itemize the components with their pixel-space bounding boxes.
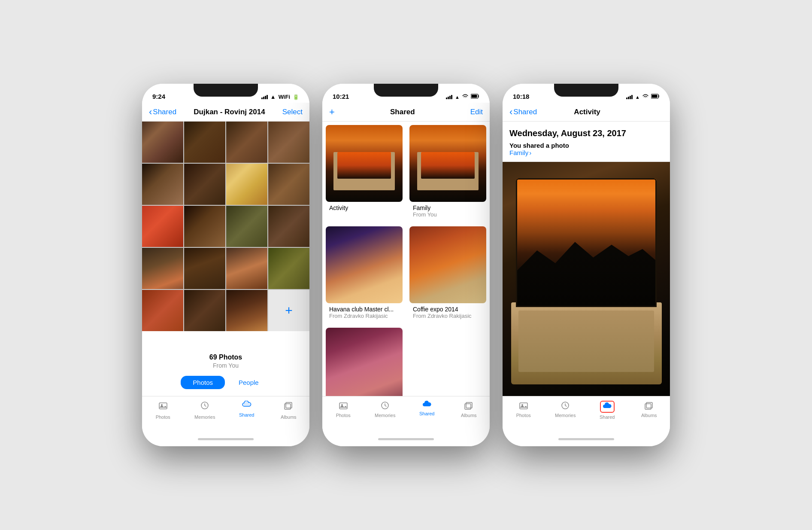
- nav-memories-1[interactable]: Memories: [184, 401, 226, 420]
- havana-album-sub: From Zdravko Rakijasic: [326, 313, 403, 319]
- photo-cell-16[interactable]: [268, 248, 309, 289]
- add-shared-album-button[interactable]: +: [329, 107, 335, 118]
- nav-shared-3[interactable]: Shared: [586, 401, 628, 420]
- album-cell-activity[interactable]: Activity: [322, 125, 406, 226]
- select-button-1[interactable]: Select: [282, 108, 303, 116]
- album-list: Activity Family From You: [322, 122, 490, 396]
- activity-you: You: [509, 142, 521, 149]
- battery-icon-3: [651, 94, 660, 100]
- memories-icon-3: [561, 401, 570, 411]
- album-row-1: Activity Family From You: [322, 125, 490, 226]
- photos-icon-2: [339, 401, 348, 411]
- album-cell-dujkan[interactable]: Dujkan - Rovinj 2014: [322, 328, 406, 396]
- photo-cell-8[interactable]: [268, 164, 309, 205]
- back-button-1[interactable]: Shared: [149, 107, 176, 117]
- svg-marker-2: [159, 405, 167, 408]
- edit-button-2[interactable]: Edit: [470, 108, 483, 116]
- nav-albums-1[interactable]: Albums: [268, 401, 310, 420]
- album-cell-havana[interactable]: Havana club Master cl... From Zdravko Ra…: [322, 226, 406, 328]
- time-1: 9:24: [152, 93, 165, 100]
- memories-icon-2: [380, 401, 390, 411]
- nav-photos-1[interactable]: Photos: [142, 401, 184, 420]
- bottom-nav-1: Photos Memories Shared Albums: [142, 396, 309, 432]
- photo-cell-6[interactable]: [184, 164, 225, 205]
- shared-cloud-icon-2: [422, 401, 432, 409]
- activity-action-text: shared a photo: [521, 142, 569, 149]
- svg-rect-21: [646, 402, 652, 408]
- photos-icon-1: [158, 401, 168, 413]
- photo-cell-9[interactable]: [142, 206, 183, 247]
- home-indicator-1: [142, 432, 309, 446]
- svg-marker-10: [339, 405, 347, 408]
- nav-photos-label-2: Photos: [336, 413, 351, 418]
- album-cell-family[interactable]: Family From You: [406, 125, 490, 226]
- nav-albums-3[interactable]: Albums: [628, 401, 670, 418]
- phone-1: 9:24 ▲ WiFi 🔋 Shared Dujkan - Rovinj 201…: [142, 84, 309, 446]
- signal-icon-3: [626, 95, 633, 99]
- wifi-icon-1b: WiFi: [279, 94, 290, 100]
- svg-rect-16: [520, 403, 527, 409]
- photo-cell-13[interactable]: [142, 248, 183, 289]
- photo-cell-4[interactable]: [268, 122, 309, 163]
- activity-album-link[interactable]: Family: [509, 149, 663, 156]
- photo-cell-3[interactable]: [226, 122, 267, 163]
- shared-icon-highlighted: [600, 401, 615, 413]
- photo-cell-17[interactable]: [142, 290, 183, 331]
- album-row-3: Dujkan - Rovinj 2014: [322, 328, 490, 396]
- nav-shared-2[interactable]: Shared: [406, 401, 448, 416]
- nav-memories-3[interactable]: Memories: [545, 401, 587, 418]
- photo-cell-15[interactable]: [226, 248, 267, 289]
- nav-bar-1: Shared Dujkan - Rovinj 2014 Select: [142, 103, 309, 122]
- location-icon-2: ▲: [455, 94, 460, 100]
- nav-memories-label-3: Memories: [555, 413, 576, 418]
- album-cell-coffee[interactable]: Coffie expo 2014 From Zdravko Rakijasic: [406, 226, 490, 328]
- home-indicator-2: [322, 432, 490, 446]
- add-photo-cell[interactable]: +: [268, 290, 309, 331]
- bottom-nav-3: Photos Memories Shared: [503, 396, 670, 432]
- tab-buttons-1: Photos People: [142, 372, 309, 396]
- notch-3: [554, 84, 618, 97]
- photo-cell-11[interactable]: [226, 206, 267, 247]
- photo-cell-2[interactable]: [184, 122, 225, 163]
- photo-cell-7[interactable]: [226, 164, 267, 205]
- havana-album-title: Havana club Master cl...: [326, 306, 403, 313]
- from-you-label: From You: [142, 362, 309, 369]
- signal-icon-1: [261, 95, 268, 99]
- nav-photos-3[interactable]: Photos: [503, 401, 545, 418]
- nav-memories-2[interactable]: Memories: [364, 401, 406, 418]
- svg-rect-0: [159, 403, 167, 409]
- photo-cell-1[interactable]: [142, 122, 183, 163]
- havana-thumb: [326, 226, 403, 303]
- nav-photos-2[interactable]: Photos: [322, 401, 364, 418]
- albums-icon-3: [644, 401, 654, 411]
- activity-header: Wednesday, August 23, 2017 You shared a …: [503, 122, 670, 162]
- activity-date: Wednesday, August 23, 2017: [509, 128, 663, 138]
- svg-rect-4: [285, 404, 291, 409]
- family-album-sub: From You: [409, 211, 486, 218]
- status-icons-3: ▲: [626, 94, 660, 100]
- photo-cell-12[interactable]: [268, 206, 309, 247]
- albums-icon-1: [284, 401, 293, 413]
- photo-cell-5[interactable]: [142, 164, 183, 205]
- notch-2: [374, 84, 438, 97]
- back-button-3[interactable]: Shared: [509, 107, 537, 117]
- photos-tab-btn[interactable]: Photos: [181, 376, 225, 389]
- svg-rect-12: [465, 404, 471, 409]
- shared-cloud-icon-3: [603, 402, 612, 411]
- nav-albums-label-2: Albums: [461, 413, 477, 418]
- svg-rect-5: [286, 402, 292, 408]
- phone-2: 10:21 ▲ + Shared Edit: [322, 84, 490, 446]
- svg-rect-15: [652, 95, 657, 98]
- time-2: 10:21: [333, 93, 349, 100]
- people-tab-btn[interactable]: People: [227, 376, 271, 389]
- nav-shared-label-2: Shared: [419, 411, 434, 416]
- nav-albums-label-3: Albums: [641, 413, 657, 418]
- nav-shared-1[interactable]: Shared: [226, 401, 268, 417]
- photo-cell-10[interactable]: [184, 206, 225, 247]
- photo-cell-14[interactable]: [184, 248, 225, 289]
- nav-bar-2: + Shared Edit: [322, 103, 490, 122]
- photo-cell-19[interactable]: [226, 290, 267, 331]
- shared-cloud-icon-1: [242, 401, 251, 411]
- nav-albums-2[interactable]: Albums: [448, 401, 490, 418]
- photo-cell-18[interactable]: [184, 290, 225, 331]
